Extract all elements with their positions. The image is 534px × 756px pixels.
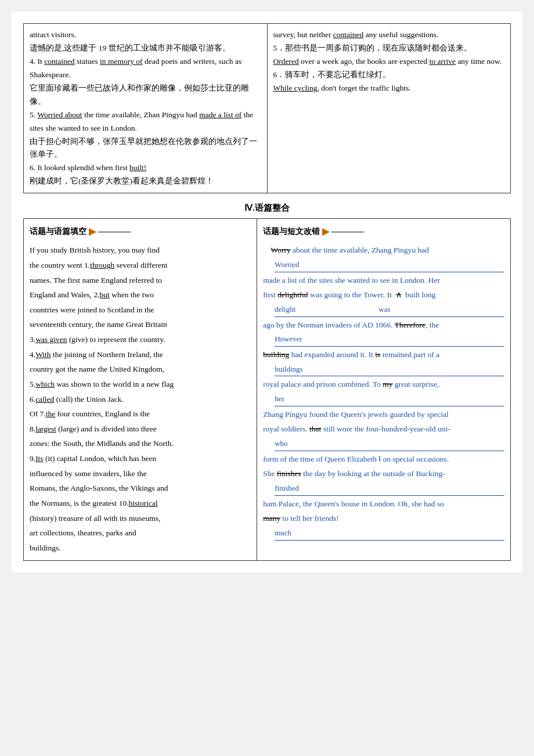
lp12: Of 7.the four countries, England is the [30, 407, 251, 421]
rc-text-2: made a list of the sites she wanted to s… [263, 276, 440, 285]
tl-p4: 它里面珍藏着一些已故诗人和作家的雕像，例如莎士比亚的雕像。 [30, 82, 261, 109]
rc-text-12: many to tell her friends! [263, 514, 338, 523]
tr-p5: While cycling, don't forget the traffic … [273, 82, 505, 95]
lp18: the Normans, is the greatest 10.historic… [30, 496, 251, 510]
lp1: If you study British history, you may fi… [30, 243, 251, 257]
rc-text-7: Zhang Pingyu found the Queen's jewels gu… [263, 410, 449, 419]
rc-ans-4: buildings [275, 363, 504, 377]
rc-text-4: ago by the Norman invaders of AD 1066. T… [263, 321, 439, 329]
tl-p8: 刚建成时，它(圣保罗大教堂)看起来真是金碧辉煌！ [30, 175, 261, 188]
lp19: (history) treasure of all with its museu… [30, 512, 251, 525]
rc-p1: Worry about the time available, Zhang Pi… [263, 243, 504, 257]
bottom-container: 话题与语篇填空 ▶ ———— If you study British hist… [23, 218, 511, 561]
rc-corr-3: However [263, 333, 504, 347]
rc-p7: Zhang Pingyu found the Queen's jewels gu… [263, 408, 504, 422]
tl-p1: attract visitors. [30, 28, 261, 42]
lp13: 8.largest (large) and is divided into th… [30, 422, 251, 436]
lp15: 9.Its (it) capital London, which has bee… [30, 452, 251, 466]
rc-text-5: building had expanded around it. It is r… [263, 350, 439, 359]
right-column: 话题与短文改错 ▶ ———— Worry about the time avai… [257, 219, 510, 560]
lp9: country got the name the United Kingdom, [30, 362, 251, 376]
left-title-text: 话题与语篇填空 [30, 225, 86, 239]
top-left-cell: attract visitors. 遗憾的是,这些建于 19 世纪的工业城市并不… [24, 24, 268, 193]
rc-corr-8: much [263, 527, 504, 541]
rc-corr-2: delight was [263, 303, 504, 317]
rc-text-3: first delightful was going to the Tower.… [263, 290, 435, 299]
rc-text-6: royal palace and prison combined. To my … [263, 380, 439, 388]
rc-corr-6: who [263, 437, 504, 451]
left-subsection-title: 话题与语篇填空 ▶ ———— [30, 224, 251, 240]
lp4: England and Wales, 2.but when the two [30, 288, 251, 302]
left-arrow-icon: ▶ [89, 224, 96, 240]
lp10: 5.which was shown to the world in a new … [30, 377, 251, 391]
rc-p8: royal soldiers. that still wore the four… [263, 422, 504, 436]
lp17: Romans, the Anglo-Saxons, the Vikings an… [30, 481, 251, 495]
rc-text-9: form of the time of Queen Elizabeth Ⅰ on… [263, 455, 449, 463]
lp21: buildings. [30, 541, 251, 555]
rc-text-11: ham Palace, the Queen's house in London.… [263, 499, 444, 508]
rc-text-8: royal soldiers. that still wore the four… [263, 424, 450, 433]
left-dashes: ———— [98, 225, 131, 239]
rc-p11: ham Palace, the Queen's house in London.… [263, 497, 504, 511]
lp5: countries were joined to Scotland in the [30, 303, 251, 317]
tl-p2: 遗憾的是,这些建于 19 世纪的工业城市并不能吸引游客。 [30, 42, 261, 55]
right-dashes: ———— [331, 225, 364, 239]
rc-ans-8: much [275, 527, 504, 541]
right-arrow-icon: ▶ [322, 224, 329, 240]
left-column: 话题与语篇填空 ▶ ———— If you study British hist… [24, 219, 257, 560]
correction-block: Worry about the time available, Zhang Pi… [263, 243, 504, 541]
rc-ans-7: finished [275, 482, 504, 496]
tr-p4: 6．骑车时，不要忘记看红绿灯。 [273, 69, 505, 82]
rc-ans-5: her [275, 393, 504, 406]
tr-p2: 5．那些书是一周多前订购的，现在应该随时都会送来。 [273, 42, 505, 55]
rc-text-1: Worry about the time available, Zhang Pi… [263, 246, 429, 254]
tl-p6: 由于担心时间不够，张萍玉早就把她想在伦敦参观的地点列了一张单子。 [30, 135, 261, 162]
lp8: 4.With the joining of Northern Ireland, … [30, 348, 251, 362]
rc-p3: first delightful was going to the Tower.… [263, 288, 504, 302]
right-title-text: 话题与短文改错 [263, 225, 320, 239]
tl-p5: 5. Worried about the time available, Zha… [30, 109, 261, 135]
lp14: zones: the South, the Midlands and the N… [30, 437, 251, 451]
rc-p10: She finishes the day by looking at the o… [263, 467, 504, 481]
rc-text-10: She finishes the day by looking at the o… [263, 469, 445, 478]
lp7: 3.was given (give) to represent the coun… [30, 333, 251, 347]
tr-p3: Ordered over a week ago, the books are e… [273, 55, 505, 69]
rc-corr-5: her [263, 393, 504, 406]
rc-p9: form of the time of Queen Elizabeth Ⅰ on… [263, 452, 504, 466]
rc-corr-4: buildings [263, 363, 504, 377]
lp6: seventeenth century, the name Great Brit… [30, 318, 251, 332]
rc-p5: building had expanded around it. It is r… [263, 348, 504, 362]
lp16: influenced by some invaders, like the [30, 467, 251, 481]
page: attract visitors. 遗憾的是,这些建于 19 世纪的工业城市并不… [12, 12, 522, 573]
tl-p3: 4. It contained statues in memory of dea… [30, 55, 261, 82]
section-iv-title: Ⅳ.语篇整合 [244, 203, 290, 213]
tr-p1: survey, but neither contained any useful… [273, 28, 505, 42]
rc-ans-2: delight was [275, 303, 504, 317]
rc-p4: ago by the Norman invaders of AD 1066. T… [263, 318, 504, 332]
rc-ans-1: Worried [275, 258, 504, 272]
rc-p2: made a list of the sites she wanted to s… [263, 273, 504, 287]
right-subsection-title: 话题与短文改错 ▶ ———— [263, 224, 504, 240]
rc-ans-3: However [275, 333, 504, 347]
top-table: attract visitors. 遗憾的是,这些建于 19 世纪的工业城市并不… [23, 23, 511, 193]
rc-p6: royal palace and prison combined. To my … [263, 377, 504, 391]
lp20: art collections, theatres, parks and [30, 526, 251, 540]
rc-ans-6: who [275, 437, 504, 451]
lp11: 6.called (call) the Union Jack. [30, 393, 251, 406]
lp2: the country went 1.through several diffe… [30, 258, 251, 272]
section-iv-header: Ⅳ.语篇整合 [23, 203, 511, 214]
rc-corr-7: finished [263, 482, 504, 496]
rc-p12: many to tell her friends! [263, 512, 504, 525]
rc-corr-1: Worried [263, 258, 504, 272]
lp3: names. The first name England referred t… [30, 273, 251, 287]
tl-p7: 6. It looked splendid when first built! [30, 161, 261, 175]
top-right-cell: survey, but neither contained any useful… [267, 24, 511, 193]
